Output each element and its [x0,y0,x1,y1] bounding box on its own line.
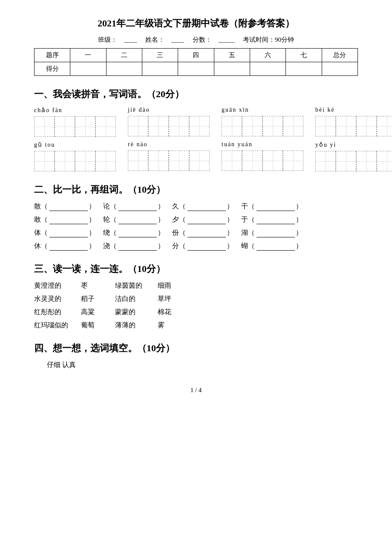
char-cell[interactable] [148,116,169,136]
connect-left: 黄澄澄的 [34,281,72,290]
score-data-cell[interactable] [322,62,357,76]
char-cell[interactable] [55,116,75,137]
pinyin-label: rè nào [128,141,148,148]
char-cell[interactable] [169,116,189,136]
compare-blank[interactable] [118,202,157,211]
compare-blank[interactable] [49,242,88,251]
score-data-cell[interactable] [178,62,214,76]
compare-close: ） [227,228,233,237]
char-cell[interactable] [95,151,116,171]
char-grid[interactable] [222,150,303,171]
section1-content: chǎo fànjiē dàoguān xīnbèi ké gǔ tourè n… [34,107,358,171]
char-grid[interactable] [128,150,210,171]
compare-blank[interactable] [257,229,295,237]
compare-blank[interactable] [257,216,295,224]
char-cell[interactable] [356,151,377,171]
char-cell[interactable] [222,150,242,171]
score-header-cell: 三 [142,49,178,62]
score-data-cell[interactable] [214,62,250,76]
connect-left: 红玛瑙似的 [34,321,72,330]
char-grid[interactable] [315,151,392,171]
char-cell[interactable] [315,116,336,136]
char-cell[interactable] [242,116,262,136]
score-data-cell[interactable] [142,62,178,76]
score-header-cell: 二 [106,49,142,62]
compare-blank[interactable] [187,242,226,251]
char-cell[interactable] [128,150,148,171]
score-data-cell[interactable] [286,62,322,76]
char-cell[interactable] [377,151,392,171]
char-cell[interactable] [75,116,95,137]
connect-right-word: 雾 [158,321,183,330]
char-cell[interactable] [95,116,116,137]
char-cell[interactable] [283,116,303,136]
compare-close: ） [227,242,233,251]
char-cell[interactable] [283,150,303,171]
compare-row: 散（）论（）久（）干（） [34,202,358,211]
compare-item: 夕（） [172,215,233,224]
compare-item: 体（） [34,228,95,237]
score-header-row: 题序一二三四五六七总分 [35,49,358,62]
section2-title: 二、比一比，再组词。（10分） [34,183,358,196]
char-cell[interactable] [128,116,148,136]
score-data-cell[interactable] [70,62,106,76]
char-grid[interactable] [34,116,116,137]
char-cell[interactable] [262,150,283,171]
score-data-cell[interactable] [106,62,142,76]
compare-blank[interactable] [187,229,226,237]
compare-blank[interactable] [118,229,157,237]
compare-blank[interactable] [49,216,88,224]
connect-row: 黄澄澄的枣绿茵茵的细雨 [34,281,358,290]
connect-right-word: 棉花 [158,308,183,317]
compare-blank[interactable] [187,216,226,224]
char-grid[interactable] [128,116,210,136]
score-header-cell: 五 [214,49,250,62]
compare-blank[interactable] [49,202,88,211]
compare-blank[interactable] [187,202,226,211]
section3-content: 黄澄澄的枣绿茵茵的细雨水灵灵的稻子洁白的草坪红彤彤的高粱蒙蒙的棉花红玛瑙似的葡萄… [34,281,358,330]
compare-blank[interactable] [118,242,157,251]
page-title: 2021年二年级语文下册期中试卷（附参考答案） [34,17,358,30]
connect-right-word: 草坪 [158,295,183,304]
compare-char: 敢（ [34,215,48,224]
char-cell[interactable] [336,116,356,136]
compare-blank[interactable] [257,202,295,211]
label-score: 分数： [193,36,212,43]
pinyin-item: tuán yuán [222,141,303,171]
connect-mid: 稻子 [81,295,107,304]
char-cell[interactable] [34,151,55,171]
score-header-cell: 一 [70,49,106,62]
score-label-cell: 得分 [35,62,70,76]
char-cell[interactable] [377,116,392,136]
char-cell[interactable] [189,150,210,171]
score-data-cell[interactable] [250,62,285,76]
compare-char: 体（ [34,228,48,237]
compare-blank[interactable] [257,242,295,251]
connect-left: 红彤彤的 [34,308,72,317]
char-cell[interactable] [148,150,169,171]
char-cell[interactable] [34,116,55,137]
char-grid[interactable] [34,151,116,171]
char-cell[interactable] [242,150,262,171]
score-header-cell: 七 [286,49,322,62]
char-cell[interactable] [189,116,210,136]
char-cell[interactable] [222,116,242,136]
compare-blank[interactable] [118,216,157,224]
char-cell[interactable] [315,151,336,171]
char-cell[interactable] [356,116,377,136]
compare-char: 蝴（ [241,242,255,251]
char-cell[interactable] [169,150,189,171]
char-grid[interactable] [222,116,303,136]
char-grid[interactable] [315,116,392,136]
char-cell[interactable] [336,151,356,171]
compare-blank[interactable] [49,229,88,237]
char-cell[interactable] [55,151,75,171]
compare-char: 绕（ [103,228,117,237]
vocab-row: 仔细 认真 [47,361,358,370]
compare-item: 轮（） [103,215,164,224]
connect-right-label: 绿茵茵的 [115,281,149,290]
connect-row: 水灵灵的稻子洁白的草坪 [34,295,358,304]
char-cell[interactable] [75,151,95,171]
pinyin-row2: gǔ tourè nàotuán yuányǒu yì [34,141,358,171]
char-cell[interactable] [262,116,283,136]
